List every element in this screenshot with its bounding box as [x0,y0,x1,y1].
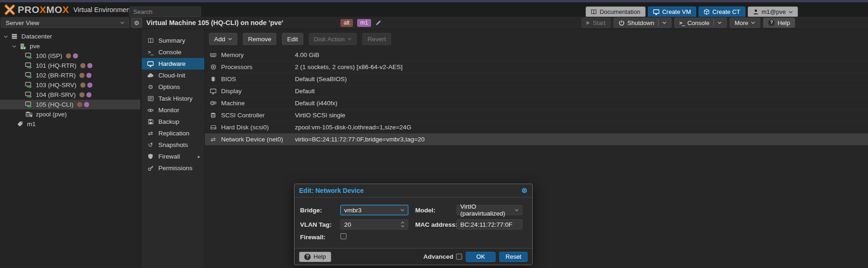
hardware-row-hard-disk-scsi0[interactable]: Hard Disk (scsi0)zpool:vm-105-disk-0,iot… [205,121,868,134]
hardware-row-bios[interactable]: BIOSDefault (SeaBIOS) [205,73,868,85]
tree-item-tag-m1[interactable]: m1 [0,119,140,129]
tag-color-dots [79,92,91,97]
vm-tag-m1[interactable]: m1 [357,19,372,27]
firewall-checkbox[interactable] [340,233,346,239]
gear-icon: ⚙ [147,84,154,90]
close-icon[interactable]: ⊗ [522,187,528,194]
console-button[interactable]: >_Console [674,18,727,28]
network-icon: ⇄ [209,136,217,142]
edit-button[interactable]: Edit [282,33,303,45]
advanced-checkbox[interactable] [456,254,462,260]
vm-tag-alt[interactable]: alt [340,19,353,27]
tab-monitor[interactable]: Monitor [142,104,204,116]
tag-dot [80,83,85,88]
bridge-combobox[interactable]: vmbr3 [340,205,408,215]
hardware-row-label: Processors [221,64,295,70]
add-button[interactable]: Add [209,33,237,45]
tag-dot [79,92,85,97]
hardware-row-network-device-net0[interactable]: ⇄Network Device (net0)virtio=BC:24:11:72… [205,134,868,146]
reset-button[interactable]: Reset [499,252,528,262]
edit-tags-pencil-icon[interactable] [375,20,381,26]
tab-cloud-init[interactable]: Cloud-Init [142,70,204,81]
vlan-spinner[interactable]: 20 [340,219,408,230]
m1-pve-button[interactable]: m1@pve [748,6,798,17]
tab-task-history[interactable]: Task History [142,93,204,104]
storage-icon [24,111,33,117]
hardware-row-label: Display [221,88,295,95]
dialog-titlebar: Edit: Network Device ⊗ [294,184,532,198]
shutdown-button[interactable]: Shutdown [613,18,672,28]
tree-item-datacenter[interactable]: Datacenter [0,32,140,41]
vm-action-buttons: ▶StartShutdown>_ConsoleMore?Help [581,18,795,28]
vm-nav-list: Summary>_ConsoleHardwareCloud-Init⚙Optio… [142,35,204,174]
nav-item-label: Console [158,49,182,56]
terminal-icon: >_ [147,50,154,55]
hardware-row-machine[interactable]: ⚙⚙MachineDefault (i440fx) [205,97,868,109]
cloud-icon [147,72,154,79]
chip-icon [209,76,217,82]
tree-item-vm-104[interactable]: 104 (BR-SRV) [0,90,140,100]
tab-replication[interactable]: ⇄Replication [142,128,204,139]
tab-console[interactable]: >_Console [142,46,204,58]
tag-dot [87,83,92,88]
button-label: Add [214,36,225,43]
replication-icon: ⇄ [147,130,154,136]
tab-snapshots[interactable]: ↺Snapshots [142,139,204,151]
tab-hardware[interactable]: Hardware [142,58,204,70]
nav-item-label: Replication [158,130,189,137]
nav-item-label: Monitor [158,107,179,114]
tree-item-vm-103[interactable]: 103 (HQ-SRV) [0,80,140,90]
button-label: More [735,19,749,26]
create-ct-button[interactable]: Create CT [698,6,745,17]
tab-options[interactable]: ⚙Options [142,81,204,93]
search-input[interactable] [129,6,201,17]
mac-input[interactable]: BC:24:11:72:77:0F [457,219,522,230]
button-divider [713,19,714,26]
hardware-row-memory[interactable]: Memory4.00 GiB [205,49,868,61]
tree-item-node-pve[interactable]: pve [0,41,140,51]
tab-backup[interactable]: Backup [142,116,204,128]
tab-firewall[interactable]: Firewall▸ [142,151,204,162]
revert-button[interactable]: Revert [362,33,391,45]
hardware-row-processors[interactable]: Processors2 (1 sockets, 2 cores) [x86-64… [205,61,868,73]
model-combobox[interactable]: VirtIO (paravirtualized) [457,205,522,215]
remove-button[interactable]: Remove [243,33,276,45]
tree-settings-button[interactable]: ⚙ [131,18,142,28]
hardware-table: Memory4.00 GiBProcessors2 (1 sockets, 2 … [205,49,868,146]
tree-item-vm-102[interactable]: 102 (BR-RTR) [0,70,140,80]
start-button[interactable]: ▶Start [581,18,611,28]
mac-label: MAC address: [415,221,457,228]
view-selector[interactable]: Server View [1,18,129,28]
key-icon [147,165,154,171]
tree-item-label: pve [30,43,40,50]
vm-icon [24,91,33,98]
gear-icon: ⚙ [134,20,139,26]
tree-item-label: Datacenter [21,33,52,40]
tag-dot [87,63,92,68]
dialog-help-button[interactable]: ? Help [299,252,331,262]
advanced-label: Advanced [423,253,453,260]
tree-item-vm-105[interactable]: 105 (HQ-CLI) [0,100,140,109]
hardware-row-display[interactable]: DisplayDefault [205,85,868,97]
disk-action-button[interactable]: Disk Action [309,33,357,45]
tree-item-vm-100[interactable]: 100 (ISP) [0,51,140,61]
tree-item-storage-zpool[interactable]: zpool (pve) [0,109,140,119]
tag-color-dots [79,73,91,78]
more-button[interactable]: More [730,18,761,28]
page-title: Virtual Machine 105 (HQ-CLI) on node 'pv… [146,17,283,29]
create-vm-button[interactable]: Create VM [648,6,696,17]
tree-item-label: 103 (HQ-SRV) [36,82,77,89]
hardware-row-scsi-controller[interactable]: SCSI ControllerVirtIO SCSI single [205,109,868,121]
ok-button[interactable]: OK [466,252,496,262]
documentation-button[interactable]: Documentation [586,6,645,17]
button-label: Documentation [600,8,640,15]
dialog-footer: ? Help Advanced OK Reset [294,248,532,265]
tab-summary[interactable]: Summary [142,35,204,46]
tree-item-vm-101[interactable]: 101 (HQ-RTR) [0,61,140,70]
hardware-row-label: BIOS [221,76,295,83]
tab-permissions[interactable]: Permissions [142,162,204,174]
resource-tree: Datacenterpve100 (ISP)101 (HQ-RTR)102 (B… [0,32,140,129]
nav-item-label: Permissions [158,165,193,172]
help-button[interactable]: ?Help [763,18,795,28]
bridge-label: Bridge: [300,207,322,214]
